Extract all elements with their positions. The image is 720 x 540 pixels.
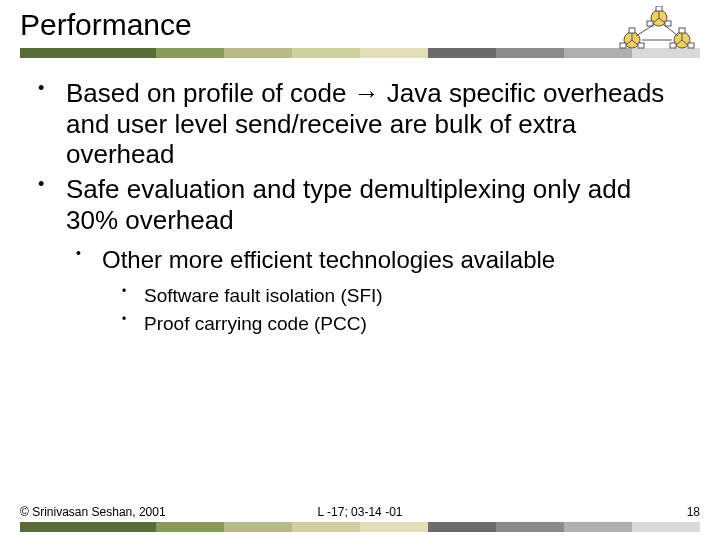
- slide-body: Based on profile of code → Java specific…: [30, 78, 690, 339]
- svg-rect-8: [629, 28, 635, 33]
- svg-rect-16: [670, 43, 676, 48]
- bullet-l3: Proof carrying code (PCC): [110, 311, 690, 337]
- bullet-l2: Other more efficient technologies availa…: [66, 245, 690, 275]
- svg-rect-9: [620, 43, 626, 48]
- svg-rect-10: [638, 43, 644, 48]
- svg-line-21: [636, 24, 655, 36]
- accent-bar-bottom: [20, 522, 700, 532]
- footer-lecture: L -17; 03-14 -01: [247, 505, 474, 519]
- slide-title: Performance: [20, 8, 700, 42]
- bullet-l1: Based on profile of code → Java specific…: [30, 78, 690, 170]
- bullet-l1: Safe evaluation and type demultiplexing …: [30, 174, 690, 235]
- svg-rect-15: [679, 28, 685, 33]
- bullet-l3: Software fault isolation (SFI): [110, 283, 690, 309]
- svg-rect-17: [688, 43, 694, 48]
- footer-copyright: © Srinivasan Seshan, 2001: [20, 505, 247, 519]
- footer-page: 18: [473, 505, 700, 519]
- svg-rect-1: [656, 6, 662, 11]
- accent-bar-top: [20, 48, 700, 58]
- cluster-logo-icon: [616, 6, 702, 54]
- svg-rect-3: [665, 21, 671, 26]
